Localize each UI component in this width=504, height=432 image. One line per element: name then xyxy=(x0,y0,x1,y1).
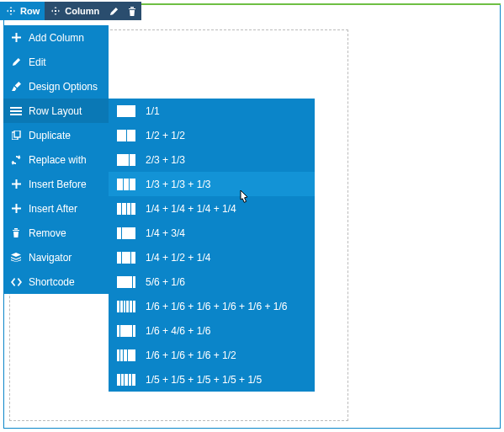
menu-item-label: Remove xyxy=(29,227,66,239)
svg-rect-0 xyxy=(10,107,22,109)
menu-item-label: Insert Before xyxy=(29,179,87,190)
delete-column-button[interactable] xyxy=(123,2,141,20)
menu-item-label: Shortcode xyxy=(29,276,75,288)
menu-item-edit[interactable]: Edit xyxy=(3,50,109,74)
trash-icon xyxy=(126,5,138,17)
column-handle[interactable]: Column xyxy=(45,2,104,20)
layout-label: 5/6 + 1/6 xyxy=(146,276,185,288)
row-context-menu: Add ColumnEditDesign OptionsRow LayoutDu… xyxy=(3,25,109,294)
layout-preview-icon xyxy=(117,179,135,190)
layout-option[interactable]: 1/1 xyxy=(109,99,315,123)
layout-option[interactable]: 1/6 + 1/6 + 1/6 + 1/2 xyxy=(109,343,315,367)
layout-option[interactable]: 1/6 + 4/6 + 1/6 xyxy=(109,318,315,343)
menu-item-replace-with[interactable]: Replace with xyxy=(3,147,109,172)
edit-column-button[interactable] xyxy=(104,2,123,20)
svg-rect-1 xyxy=(10,110,22,112)
plus-icon xyxy=(10,203,22,215)
row-layout-submenu: 1/11/2 + 1/22/3 + 1/31/3 + 1/3 + 1/31/4 … xyxy=(109,99,315,392)
svg-rect-2 xyxy=(10,114,22,115)
refresh-icon xyxy=(10,154,22,166)
layout-preview-icon xyxy=(117,301,135,312)
layout-preview-icon xyxy=(117,374,135,386)
menu-item-insert-after[interactable]: Insert After xyxy=(3,196,109,221)
layout-label: 1/4 + 1/4 + 1/4 + 1/4 xyxy=(146,203,236,215)
menu-item-add-column[interactable]: Add Column xyxy=(3,25,109,50)
lines-icon xyxy=(10,105,22,117)
layout-label: 1/6 + 4/6 + 1/6 xyxy=(146,325,210,337)
menu-item-label: Edit xyxy=(29,56,46,68)
menu-item-navigator[interactable]: Navigator xyxy=(3,245,109,269)
menu-item-remove[interactable]: Remove xyxy=(3,221,109,245)
layout-label: 1/5 + 1/5 + 1/5 + 1/5 + 1/5 xyxy=(146,374,262,386)
pencil-icon xyxy=(108,5,119,17)
menu-item-label: Duplicate xyxy=(29,130,71,141)
menu-item-label: Add Column xyxy=(29,32,84,44)
layout-preview-icon xyxy=(117,154,135,166)
copy-icon xyxy=(10,130,22,141)
svg-rect-4 xyxy=(14,131,20,137)
move-icon xyxy=(5,5,17,17)
column-label: Column xyxy=(65,6,99,16)
layout-preview-icon xyxy=(117,276,135,288)
layout-label: 1/2 + 1/2 xyxy=(146,130,185,141)
layout-option[interactable]: 1/4 + 1/2 + 1/4 xyxy=(109,245,315,269)
layout-option[interactable]: 1/4 + 1/4 + 1/4 + 1/4 xyxy=(109,196,315,221)
layout-preview-icon xyxy=(117,349,135,361)
layout-option[interactable]: 1/6 + 1/6 + 1/6 + 1/6 + 1/6 + 1/6 xyxy=(109,294,315,318)
layout-option[interactable]: 5/6 + 1/6 xyxy=(109,269,315,294)
layout-option[interactable]: 2/3 + 1/3 xyxy=(109,147,315,172)
layout-label: 1/4 + 3/4 xyxy=(146,227,185,239)
layout-option[interactable]: 1/3 + 1/3 + 1/3 xyxy=(109,172,315,196)
layout-preview-icon xyxy=(117,325,135,337)
layout-label: 1/3 + 1/3 + 1/3 xyxy=(146,179,210,190)
pencil-icon xyxy=(10,56,22,68)
row-handle[interactable]: Row xyxy=(0,2,45,20)
layout-preview-icon xyxy=(117,252,135,264)
menu-item-row-layout[interactable]: Row Layout xyxy=(3,99,109,123)
menu-item-duplicate[interactable]: Duplicate xyxy=(3,123,109,147)
layout-label: 2/3 + 1/3 xyxy=(146,154,185,166)
layout-label: 1/4 + 1/2 + 1/4 xyxy=(146,252,210,264)
trash-icon xyxy=(10,227,22,239)
menu-item-label: Row Layout xyxy=(29,105,82,117)
layout-option[interactable]: 1/4 + 3/4 xyxy=(109,221,315,245)
plus-icon xyxy=(10,179,22,190)
layout-option[interactable]: 1/5 + 1/5 + 1/5 + 1/5 + 1/5 xyxy=(109,367,315,392)
stack-icon xyxy=(10,252,22,264)
menu-item-label: Replace with xyxy=(29,154,87,166)
layout-label: 1/1 xyxy=(146,105,160,117)
move-icon xyxy=(50,5,61,17)
plus-icon xyxy=(10,32,22,44)
layout-label: 1/6 + 1/6 + 1/6 + 1/2 xyxy=(146,349,236,361)
menu-item-insert-before[interactable]: Insert Before xyxy=(3,172,109,196)
brush-icon xyxy=(10,81,22,93)
code-icon xyxy=(10,276,22,288)
row-label: Row xyxy=(20,6,40,16)
menu-item-label: Insert After xyxy=(29,203,77,215)
menu-item-shortcode[interactable]: Shortcode xyxy=(3,269,109,294)
menu-item-label: Navigator xyxy=(29,252,72,264)
layout-label: 1/6 + 1/6 + 1/6 + 1/6 + 1/6 + 1/6 xyxy=(146,301,287,312)
layout-preview-icon xyxy=(117,105,135,117)
layout-preview-icon xyxy=(117,227,135,239)
layout-preview-icon xyxy=(117,203,135,215)
layout-preview-icon xyxy=(117,130,135,141)
menu-item-label: Design Options xyxy=(29,81,98,93)
layout-option[interactable]: 1/2 + 1/2 xyxy=(109,123,315,147)
element-toolbar: Row Column xyxy=(0,2,141,20)
menu-item-design-options[interactable]: Design Options xyxy=(3,74,109,99)
